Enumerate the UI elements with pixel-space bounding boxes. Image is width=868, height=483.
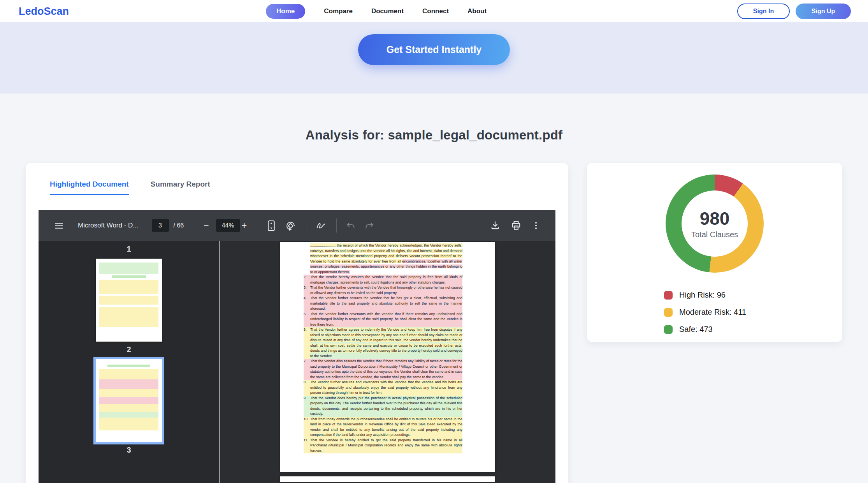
thumbnail-page-label: 3	[127, 446, 131, 455]
toolbar-divider	[257, 219, 257, 233]
thumb-highlight-block	[99, 412, 158, 418]
menu-button[interactable]	[54, 221, 64, 231]
pdf-document-title: Microsoft Word - D...	[78, 222, 139, 229]
pdf-viewer: Microsoft Word - D... 3 / 66 − 44% +	[39, 210, 555, 483]
auth-buttons: Sign In Sign Up	[737, 4, 851, 19]
download-icon	[490, 220, 500, 231]
redo-button[interactable]	[365, 221, 374, 230]
total-clauses-label: Total Clauses	[691, 230, 738, 239]
hamburger-icon	[54, 221, 64, 231]
legend-label: Moderate Risk: 411	[679, 308, 746, 317]
nav-item-document[interactable]: Document	[371, 7, 404, 15]
main-nav: HomeCompareDocumentConnectAbout	[266, 0, 487, 22]
toolbar-divider	[336, 219, 337, 233]
zoom-level-input[interactable]: 44%	[216, 219, 240, 232]
thumb-highlight-block	[99, 280, 158, 294]
nav-item-compare[interactable]: Compare	[324, 7, 353, 15]
thumb-title-bar	[112, 275, 146, 278]
thumb-highlight-block	[99, 389, 158, 397]
page-count-label: / 66	[174, 222, 184, 229]
fit-page-button[interactable]	[267, 220, 276, 231]
toolbar-divider	[194, 219, 194, 233]
clause-row: 9.That the Vendor does hereby put the pu…	[304, 396, 462, 417]
print-button[interactable]	[511, 220, 521, 231]
document-page-4-edge	[280, 476, 495, 482]
document-panel: Highlighted DocumentSummary Report Micro…	[26, 163, 568, 483]
page-title: Analysis for: sample_legal_document.pdf	[0, 93, 868, 143]
legend-swatch	[664, 325, 673, 334]
nav-item-home[interactable]: Home	[266, 4, 305, 19]
legend-swatch	[664, 308, 673, 317]
zoom-out-button[interactable]: −	[204, 221, 209, 230]
legend-item-safe: Safe: 473	[664, 325, 765, 334]
clause-row: 7.That the Vendor also assures the Vende…	[304, 359, 462, 380]
thumbnail-page-2[interactable]	[96, 259, 162, 342]
clause-row: 3.That the Vendor further covenants with…	[304, 285, 462, 296]
toolbar-divider	[306, 219, 306, 233]
legend-label: High Risk: 96	[679, 291, 726, 300]
clause-row: 10.That from today onwards the purchaser…	[304, 417, 462, 438]
tab-highlighted-document[interactable]: Highlighted Document	[50, 180, 129, 195]
legend-item-high-risk: High Risk: 96	[664, 291, 765, 300]
thumb-highlight-block	[99, 307, 158, 327]
thumbnail-page-label: 2	[127, 345, 131, 354]
undo-button[interactable]	[346, 221, 355, 230]
tab-summary-report[interactable]: Summary Report	[151, 180, 210, 195]
more-options-button[interactable]	[531, 221, 541, 230]
pdf-toolbar: Microsoft Word - D... 3 / 66 − 44% +	[39, 210, 555, 241]
tab-bar: Highlighted DocumentSummary Report	[26, 163, 568, 195]
clause-row: 2.That the Vendor hereby assures the Ven…	[304, 275, 462, 285]
content-row: Highlighted DocumentSummary Report Micro…	[0, 163, 868, 483]
thumb-highlight-block	[99, 418, 158, 430]
summary-panel: 980 Total Clauses High Risk: 96Moderate …	[587, 163, 842, 342]
undo-icon	[346, 221, 355, 230]
clause-risk-donut-chart: 980 Total Clauses	[666, 175, 764, 273]
download-button[interactable]	[490, 220, 500, 231]
fit-page-icon	[267, 220, 276, 231]
total-clauses-value: 980	[700, 208, 730, 229]
brand-logo[interactable]: LedoScan	[19, 5, 69, 18]
zoom-in-button[interactable]: +	[242, 221, 247, 230]
viewer-body: 1 2	[39, 241, 555, 483]
thumbnail-page-3-selected[interactable]	[96, 359, 162, 442]
thumb-highlight-block	[99, 369, 158, 379]
thumb-highlight-block	[99, 397, 158, 404]
thumb-highlight-block	[99, 379, 158, 389]
thumbnail-page-label: 1	[127, 245, 131, 254]
legend-item-moderate-risk: Moderate Risk: 411	[664, 308, 765, 317]
nav-item-connect[interactable]: Connect	[422, 7, 449, 15]
annotate-button[interactable]	[316, 222, 326, 230]
clause-row: ........................., the receipt o…	[304, 243, 462, 275]
legend-swatch	[664, 291, 673, 300]
chart-legend: High Risk: 96Moderate Risk: 411Safe: 473	[664, 291, 765, 334]
nav-item-about[interactable]: About	[467, 7, 487, 15]
clause-row: 4.That the Vendor further assures the Ve…	[304, 296, 462, 312]
get-started-button[interactable]: Get Started Instantly	[358, 34, 510, 65]
thumb-title-bar	[107, 365, 150, 367]
clause-row: 6.That the Vendor further agrees to inde…	[304, 327, 462, 359]
thumb-highlight-block	[99, 263, 158, 274]
rotate-icon	[285, 220, 296, 231]
redo-icon	[365, 221, 374, 230]
document-page-3: ........................., the receipt o…	[280, 242, 495, 472]
rotate-button[interactable]	[285, 220, 296, 231]
document-page-area[interactable]: ........................., the receipt o…	[220, 241, 555, 483]
clause-row: 5.That the Vendor further covenants with…	[304, 312, 462, 328]
thumb-highlight-block	[99, 404, 158, 412]
sign-in-button[interactable]: Sign In	[737, 4, 790, 19]
sign-up-button[interactable]: Sign Up	[796, 4, 851, 19]
thumb-highlight-block	[99, 296, 158, 305]
main-content: Analysis for: sample_legal_document.pdf …	[0, 93, 868, 483]
thumbnail-panel[interactable]: 1 2	[39, 241, 220, 483]
navbar: LedoScan HomeCompareDocumentConnectAbout…	[0, 0, 868, 22]
print-icon	[511, 220, 521, 231]
clause-row: 8.The Vendor further assures and covenan…	[304, 380, 462, 396]
page-number-input[interactable]: 3	[152, 219, 169, 232]
pen-squiggle-icon	[316, 222, 326, 230]
hero-section: Get Started Instantly	[0, 22, 868, 93]
legend-label: Safe: 473	[679, 325, 713, 334]
kebab-menu-icon	[531, 221, 541, 230]
donut-center: 980 Total Clauses	[682, 190, 748, 257]
clause-row: 11.That the Vendee is hereby entitled to…	[304, 438, 462, 454]
